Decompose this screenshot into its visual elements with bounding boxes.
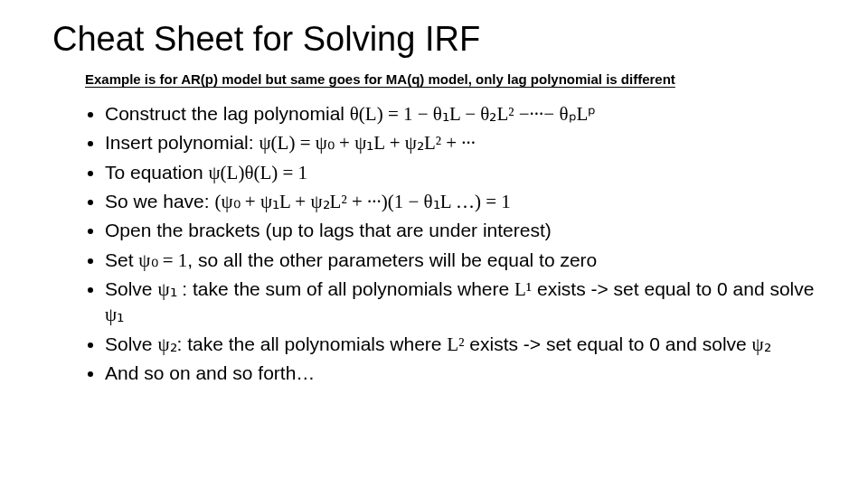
text: , so all the other parameters will be eq… (187, 249, 597, 270)
list-item: Solve ψ₁ : take the sum of all polynomia… (105, 277, 823, 328)
math: θ(L) = 1 − θ₁L − θ₂L² −···− θₚLᵖ (350, 103, 597, 125)
list-item: Solve ψ₂: take the all polynomials where… (105, 332, 823, 357)
text: exists -> set equal to 0 and solve (532, 278, 814, 299)
text: Construct the lag polynomial (105, 103, 350, 124)
slide: Cheat Sheet for Solving IRF Example is f… (0, 0, 868, 488)
text: And so on and so forth… (105, 362, 315, 383)
text: Open the brackets (up to lags that are u… (105, 220, 552, 240)
math: L¹ (514, 278, 532, 300)
text: exists -> set equal to 0 and solve (464, 333, 751, 354)
list-item: And so on and so forth… (105, 361, 823, 386)
list-item: Insert polynomial: ψ(L) = ψ₀ + ψ₁L + ψ₂L… (105, 130, 823, 155)
page-title: Cheat Sheet for Solving IRF (52, 20, 823, 59)
math: ψ(L)θ(L) = 1 (208, 162, 307, 183)
text: Solve (105, 278, 157, 299)
list-item: Construct the lag polynomial θ(L) = 1 − … (105, 101, 823, 127)
text: Set (105, 249, 138, 270)
math: ψ₁ (157, 278, 176, 300)
text: Insert polynomial: (105, 132, 259, 153)
list-item: Set ψ₀ = 1, so all the other parameters … (105, 248, 823, 273)
list-item: So we have: (ψ₀ + ψ₁L + ψ₂L² + ···)(1 − … (105, 189, 823, 214)
text: : take the sum of all polynomials where (177, 278, 515, 299)
bullet-list: Construct the lag polynomial θ(L) = 1 − … (78, 101, 823, 386)
list-item: Open the brackets (up to lags that are u… (105, 218, 823, 243)
list-item: To equation ψ(L)θ(L) = 1 (105, 160, 823, 185)
text: : take the all polynomials where (177, 333, 448, 354)
math: (ψ₀ + ψ₁L + ψ₂L² + ···)(1 − θ₁L …) = 1 (214, 191, 510, 212)
text: So we have: (105, 191, 214, 211)
math: L² (447, 333, 464, 355)
subtitle: Example is for AR(p) model but same goes… (85, 71, 823, 87)
math: ψ₁ (105, 304, 124, 325)
math: ψ(L) = ψ₀ + ψ₁L + ψ₂L² + ··· (259, 132, 476, 154)
text: Solve (105, 333, 157, 354)
math: ψ₀ = 1 (138, 249, 187, 271)
text: To equation (105, 162, 208, 183)
math: ψ₂ (157, 333, 176, 355)
math: ψ₂ (752, 333, 771, 355)
